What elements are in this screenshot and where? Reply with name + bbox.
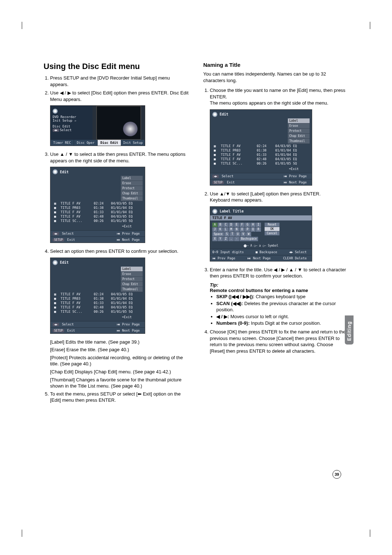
- table-row: ■TITLE SC...00:2601/01/05 SQ: [212, 161, 310, 166]
- disc-icon: [53, 169, 58, 174]
- table-row: ■TITLE F AV01:3301/01/04 EQ: [212, 153, 310, 157]
- note-chap-edit: [Chap Edit] Displays [Chap Edit] menu. (…: [50, 369, 189, 375]
- right-step-1: Choose the title you want to name on the…: [210, 87, 348, 106]
- page-number: 39: [332, 470, 341, 479]
- heading-naming-title: Naming a Title: [203, 62, 348, 68]
- table-row: ■TITLE PR0301:3801/01/04 EQ: [53, 206, 143, 210]
- table-row: ■TITLE SC...00:2601/01/05 SQ: [53, 219, 143, 223]
- keyboard-legend: ⬤— A ○— a ○— Symbol: [210, 243, 312, 249]
- right-step-2: Use ▲/▼ to select [Label] option then pr…: [210, 191, 348, 203]
- heading-disc-edit: Using the Disc Edit menu: [44, 62, 189, 71]
- section-side-tab: Editing: [345, 315, 354, 344]
- keyboard-actions: Reset OK Cancel: [265, 223, 279, 241]
- table-row: ■TITLE F AV01:3301/01/04 EQ: [53, 210, 143, 214]
- left-step-1: Press SETUP and the [DVD Recorder Initia…: [50, 75, 189, 88]
- note-label: [Label] Edits the title name. (See page …: [50, 339, 189, 345]
- exit-button: ⬅Exit: [53, 223, 143, 229]
- keyboard-grid: ABCDEFGHI JKLMNOPQR SpaceSTUVW XYZ.-Back…: [212, 223, 261, 241]
- tab-init-setup: Init Setup: [121, 140, 145, 146]
- table-row: ■TITLE F AV02:4804/03/05 EQ: [53, 305, 143, 309]
- tv-placeholder: [96, 106, 141, 140]
- tip-scan: SCAN (◀◀): Deletes the previous characte…: [216, 301, 348, 313]
- left-step-2: Use ◀ / ▶ to select [Disc Edit] option t…: [50, 90, 189, 102]
- table-row: ■TITLE PR0301:3801/01/04 EQ: [212, 148, 310, 153]
- tip-heading: Tip:: [210, 282, 348, 288]
- table-row: ■TITLE SC...00:2601/01/05 SQ: [53, 309, 143, 314]
- right-step-3: Enter a name for the title. Use ◀ / ▶ / …: [210, 267, 348, 279]
- disc-icon: [53, 109, 58, 114]
- left-step-4: Select an option then press ENTER to con…: [50, 248, 189, 255]
- table-row: ▦TITLE F AV02:2404/03/05 EQ: [53, 292, 143, 296]
- tip-subheading: Remote control buttons for entering a na…: [210, 288, 348, 293]
- tab-disc-oper: Disc Oper: [74, 140, 98, 146]
- left-step-5: To exit the menu, press SETUP or select …: [50, 391, 189, 404]
- tip-skip: SKIP (|◀◀ / ▶▶|): Changes keyboard type: [216, 294, 348, 300]
- tip-arrows: ◀ / ▶: Moves cursor to left or right.: [216, 314, 348, 320]
- exit-button: ⬅Exit: [53, 314, 143, 320]
- figure-edit-list-1: Edit Label Erase Protect Chap Edit Thumb…: [50, 167, 145, 243]
- table-row: ▦TITLE F AV02:2404/03/05 EQ: [212, 144, 310, 148]
- figure-keyboard: Label Title TITLE F AV ABCDEFGHI JKLMNOP…: [210, 206, 312, 262]
- lr-icon: ◀▶: [53, 129, 59, 132]
- exit-button: ⬅Exit: [212, 166, 310, 171]
- table-row: ■TITLE PR0301:3801/01/04 EQ: [53, 296, 143, 301]
- disc-icon: [212, 112, 217, 117]
- left-step-3: Use ▲ / ▼ to select a title then press E…: [50, 151, 189, 164]
- disc-icon: [53, 260, 58, 265]
- naming-intro: You can name titles independently. Names…: [203, 71, 348, 84]
- note-protect: [Protect] Protects accidental recording,…: [50, 355, 189, 367]
- figure-init-setup: DVD Recorder Init Setup ⇒ Disc Edit ◀▶◀▶…: [50, 105, 145, 146]
- tip-numbers: Numbers (0-9): Inputs Digit at the curso…: [216, 320, 348, 327]
- tab-disc-edit: Disc Edit: [98, 140, 121, 146]
- note-erase: [Erase] Erase the title. (See page 40.): [50, 347, 189, 353]
- note-thumbnail: [Thumbnail] Changes a favorite scene for…: [50, 377, 189, 389]
- figure-edit-list-3: Edit Label Erase Protect Chap Edit Thumb…: [210, 109, 312, 186]
- disc-icon: [212, 209, 217, 214]
- kbd-title-field: TITLE F AV: [210, 215, 312, 220]
- table-row: ■TITLE F AV02:4804/03/05 EQ: [53, 214, 143, 219]
- right-step-4: Choose [OK] then press ENTER to fix the …: [210, 329, 348, 354]
- figure-edit-list-2: Edit Label Erase Protect Chap Edit Thumb…: [50, 258, 145, 334]
- table-row: ■TITLE F AV01:3301/01/04 EQ: [53, 301, 143, 305]
- tab-timer-rec: Timer REC: [50, 140, 74, 146]
- table-row: ■TITLE F AV02:4804/03/05 EQ: [212, 157, 310, 161]
- table-row: ▦TITLE F AV02:2404/03/05 EQ: [53, 201, 143, 206]
